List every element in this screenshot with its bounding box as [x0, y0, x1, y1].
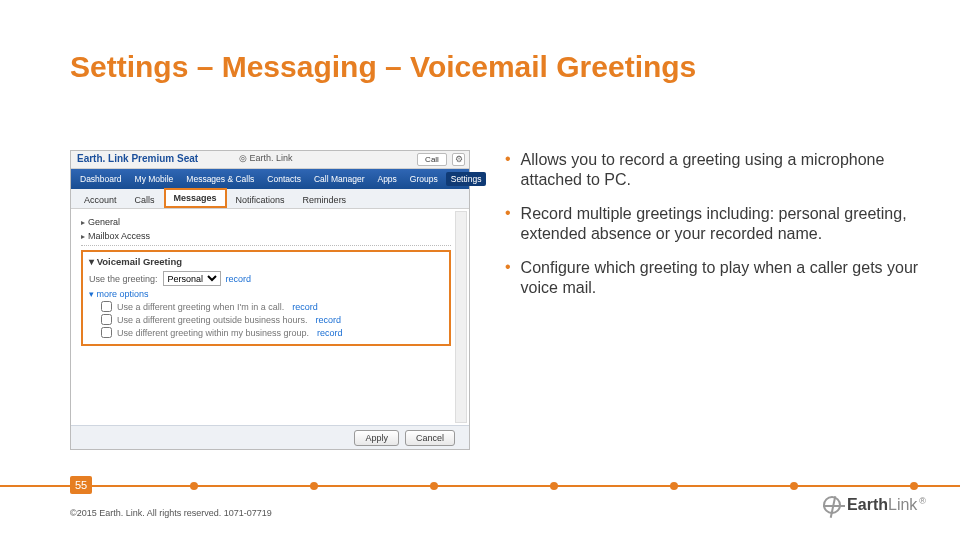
gear-icon[interactable]: ⚙	[452, 153, 465, 166]
earthlink-logo-text: Earth. Link	[250, 153, 293, 163]
tab-account[interactable]: Account	[75, 191, 126, 208]
cancel-button[interactable]: Cancel	[405, 430, 455, 446]
page-number-badge: 55	[70, 476, 92, 494]
opt-in-call-label: Use a different greeting when I'm in a c…	[117, 302, 284, 312]
section-general-label: General	[88, 217, 120, 227]
use-greeting-label: Use the greeting:	[89, 274, 158, 284]
globe-icon	[823, 496, 841, 514]
voicemail-greeting-title-text: Voicemail Greeting	[97, 256, 182, 267]
footer-logo: EarthLink®	[823, 496, 926, 514]
settings-body: ▸General ▸Mailbox Access ▾ Voicemail Gre…	[71, 209, 469, 425]
timeline-bar: 55	[0, 485, 960, 487]
record-link[interactable]: record	[226, 274, 252, 284]
more-options-label: more options	[97, 289, 149, 299]
bullet-text: Configure which greeting to play when a …	[521, 258, 920, 298]
tab-messages[interactable]: Messages	[164, 188, 227, 208]
nav-messages-calls[interactable]: Messages & Calls	[181, 172, 259, 186]
bullet-icon: •	[505, 258, 511, 298]
list-item: • Allows you to record a greeting using …	[505, 150, 920, 190]
main-nav: Dashboard My Mobile Messages & Calls Con…	[71, 169, 469, 189]
timeline-dot	[190, 482, 198, 490]
copyright-text: ©2015 Earth. Link. All rights reserved. …	[70, 508, 272, 518]
bullet-text: Record multiple greetings including: per…	[521, 204, 920, 244]
footer-logo-light: Link	[888, 496, 917, 513]
tab-calls[interactable]: Calls	[126, 191, 164, 208]
opt-in-call-checkbox[interactable]	[101, 301, 112, 312]
settings-subtabs: Account Calls Messages Notifications Rem…	[71, 189, 469, 209]
call-button[interactable]: Call	[417, 153, 447, 166]
nav-my-mobile[interactable]: My Mobile	[130, 172, 179, 186]
more-options-toggle[interactable]: ▾ more options	[89, 289, 443, 299]
scrollbar[interactable]	[455, 211, 467, 423]
chevron-right-icon: ▸	[81, 218, 85, 227]
list-item: • Record multiple greetings including: p…	[505, 204, 920, 244]
brand-label: Earth. Link Premium Seat	[77, 153, 198, 164]
greeting-select[interactable]: Personal	[163, 271, 221, 286]
divider	[81, 245, 451, 246]
chevron-right-icon: ▸	[81, 232, 85, 241]
nav-contacts[interactable]: Contacts	[262, 172, 306, 186]
voicemail-greeting-title: ▾ Voicemail Greeting	[89, 256, 443, 267]
opt-outside-hours-label: Use a different greeting outside busines…	[117, 315, 307, 325]
nav-dashboard[interactable]: Dashboard	[75, 172, 127, 186]
registered-icon: ®	[919, 496, 926, 506]
nav-call-manager[interactable]: Call Manager	[309, 172, 370, 186]
bullet-text: Allows you to record a greeting using a …	[521, 150, 920, 190]
timeline-dot	[910, 482, 918, 490]
timeline-dot	[790, 482, 798, 490]
list-item: • Configure which greeting to play when …	[505, 258, 920, 298]
section-general[interactable]: ▸General	[81, 217, 451, 227]
panel-footer: Apply Cancel	[71, 425, 469, 449]
greeting-option: Use a different greeting when I'm in a c…	[101, 301, 443, 312]
apply-button[interactable]: Apply	[354, 430, 399, 446]
timeline-dot	[430, 482, 438, 490]
voicemail-greeting-panel: ▾ Voicemail Greeting Use the greeting: P…	[81, 250, 451, 346]
footer-logo-bold: Earth	[847, 496, 888, 513]
timeline-dot	[310, 482, 318, 490]
bullet-icon: •	[505, 150, 511, 190]
greeting-option: Use different greeting within my busines…	[101, 327, 443, 338]
app-screenshot: Earth. Link Premium Seat ◎ Earth. Link C…	[70, 150, 470, 450]
timeline-dot	[550, 482, 558, 490]
chevron-down-icon: ▾	[89, 256, 94, 267]
nav-settings[interactable]: Settings	[446, 172, 487, 186]
nav-apps[interactable]: Apps	[372, 172, 401, 186]
opt-outside-hours-checkbox[interactable]	[101, 314, 112, 325]
nav-groups[interactable]: Groups	[405, 172, 443, 186]
greeting-option: Use a different greeting outside busines…	[101, 314, 443, 325]
record-link[interactable]: record	[292, 302, 318, 312]
tab-reminders[interactable]: Reminders	[294, 191, 356, 208]
tab-notifications[interactable]: Notifications	[227, 191, 294, 208]
bullet-list: • Allows you to record a greeting using …	[505, 150, 920, 312]
section-mailbox-access[interactable]: ▸Mailbox Access	[81, 231, 451, 241]
section-mailbox-label: Mailbox Access	[88, 231, 150, 241]
opt-business-group-label: Use different greeting within my busines…	[117, 328, 309, 338]
record-link[interactable]: record	[315, 315, 341, 325]
earthlink-logo-small: ◎ Earth. Link	[239, 153, 293, 163]
timeline-dot	[670, 482, 678, 490]
record-link[interactable]: record	[317, 328, 343, 338]
app-header: Earth. Link Premium Seat ◎ Earth. Link C…	[71, 151, 469, 169]
bullet-icon: •	[505, 204, 511, 244]
page-title: Settings – Messaging – Voicemail Greetin…	[70, 50, 696, 84]
opt-business-group-checkbox[interactable]	[101, 327, 112, 338]
